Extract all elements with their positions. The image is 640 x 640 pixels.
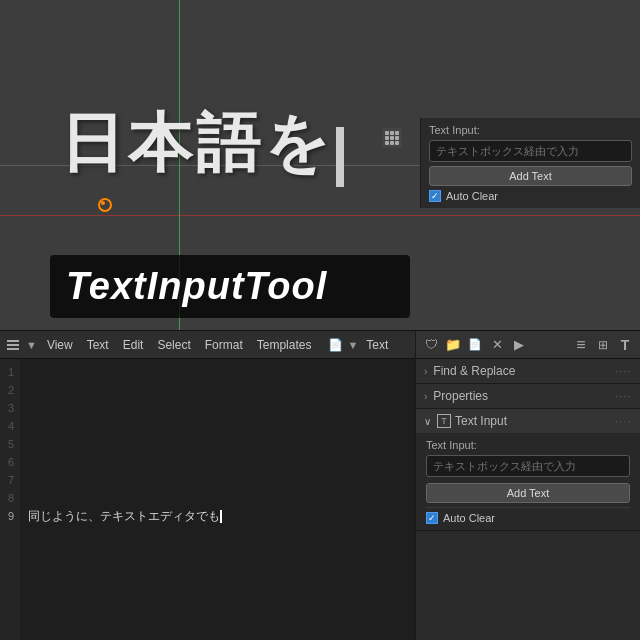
text-input-section-title: Text Input <box>455 414 615 428</box>
editor-line-6 <box>28 453 407 471</box>
text-input-top-field[interactable] <box>429 140 632 162</box>
editor-text-cursor <box>220 510 222 523</box>
menu-templates[interactable]: Templates <box>251 336 318 354</box>
menu-text[interactable]: Text <box>81 336 115 354</box>
hamburger-line <box>7 340 19 342</box>
text-input-header[interactable]: ∨ T Text Input ···· <box>416 409 640 433</box>
find-replace-title: Find & Replace <box>433 364 614 378</box>
grid-dot <box>390 141 394 145</box>
editor-line-8 <box>28 489 407 507</box>
grid-dot <box>390 131 394 135</box>
text-input-section-icon: T <box>437 414 451 428</box>
rpb-toolbar: 🛡 📁 📄 ✕ ▶ ≡ ⊞ T <box>416 331 640 359</box>
grid-view-icon[interactable]: ⊞ <box>594 336 612 354</box>
editor-mode-dropdown[interactable]: ▼ <box>24 339 39 351</box>
right-panel-top: Text Input: Add Text Auto Clear <box>420 118 640 208</box>
line-num-2: 2 <box>2 381 18 399</box>
add-text-bottom-button[interactable]: Add Text <box>426 483 630 503</box>
overlay-title-text: TextInputTool <box>66 265 394 308</box>
auto-clear-bottom-row: Auto Clear <box>426 512 630 524</box>
grid-dot <box>385 136 389 140</box>
right-panel-bottom: 🛡 📁 📄 ✕ ▶ ≡ ⊞ T › Find & Replace ···· › … <box>415 330 640 640</box>
shield-icon[interactable]: 🛡 <box>422 336 440 354</box>
folder-icon[interactable]: 📁 <box>444 336 462 354</box>
text-input-top-label: Text Input: <box>429 124 632 136</box>
line-num-5: 5 <box>2 435 18 453</box>
auto-clear-top-label: Auto Clear <box>446 190 498 202</box>
editor-line-7 <box>28 471 407 489</box>
auto-clear-bottom-label: Auto Clear <box>443 512 495 524</box>
editor-doc-icon: 📄 <box>327 337 343 353</box>
grid-dot <box>395 131 399 135</box>
hamburger-line <box>7 348 19 350</box>
line-num-9: 9 <box>2 507 18 525</box>
properties-section: › Properties ···· <box>416 384 640 409</box>
text-input-body: Text Input: Add Text Auto Clear <box>416 433 640 530</box>
add-text-top-button[interactable]: Add Text <box>429 166 632 186</box>
grid-dot <box>395 141 399 145</box>
menu-view[interactable]: View <box>41 336 79 354</box>
play-icon[interactable]: ▶ <box>510 336 528 354</box>
grid-dot <box>395 136 399 140</box>
grid-dot <box>385 141 389 145</box>
properties-title: Properties <box>433 389 614 403</box>
auto-clear-bottom-checkbox[interactable] <box>426 512 438 524</box>
text-input-dots: ···· <box>615 414 632 428</box>
editor-menubar: ▼ View Text Edit Select Format Templates… <box>0 331 415 359</box>
editor-line-5 <box>28 435 407 453</box>
find-replace-dots: ···· <box>615 364 632 378</box>
editor-line-4 <box>28 417 407 435</box>
auto-clear-top-checkbox[interactable] <box>429 190 441 202</box>
line-num-8: 8 <box>2 489 18 507</box>
editor-hamburger-icon[interactable] <box>4 336 22 354</box>
editor-doc-dropdown[interactable]: ▼ <box>345 339 360 351</box>
close-icon[interactable]: ✕ <box>488 336 506 354</box>
find-replace-section: › Find & Replace ···· <box>416 359 640 384</box>
editor-content-area: 1 2 3 4 5 6 7 8 9 同じように、テキストエディタでも <box>0 359 415 640</box>
text-editor: ▼ View Text Edit Select Format Templates… <box>0 330 415 640</box>
line-num-7: 7 <box>2 471 18 489</box>
grid-view-icon[interactable] <box>382 128 402 148</box>
line-num-4: 4 <box>2 417 18 435</box>
properties-chevron: › <box>424 391 427 402</box>
text-view-icon[interactable]: T <box>616 336 634 354</box>
editor-line-9: 同じように、テキストエディタでも <box>28 507 407 525</box>
text-input-section: ∨ T Text Input ···· Text Input: Add Text… <box>416 409 640 531</box>
editor-text-area[interactable]: 同じように、テキストエディタでも <box>20 359 415 640</box>
overlay-title-block: TextInputTool <box>50 255 410 318</box>
editor-line-2 <box>28 381 407 399</box>
text-cursor <box>336 127 344 187</box>
menu-format[interactable]: Format <box>199 336 249 354</box>
line-num-1: 1 <box>2 363 18 381</box>
japanese-text-object: 日本語を <box>60 100 344 187</box>
properties-header[interactable]: › Properties ···· <box>416 384 640 408</box>
auto-clear-top-row: Auto Clear <box>429 190 632 202</box>
line-num-3: 3 <box>2 399 18 417</box>
menu-edit[interactable]: Edit <box>117 336 150 354</box>
text-input-chevron: ∨ <box>424 416 431 427</box>
text-input-bottom-label: Text Input: <box>426 439 630 451</box>
properties-dots: ···· <box>615 389 632 403</box>
separator <box>426 507 630 508</box>
editor-doc-name: Text <box>362 338 392 352</box>
line-num-6: 6 <box>2 453 18 471</box>
grid-dot <box>385 131 389 135</box>
editor-line-1 <box>28 363 407 381</box>
red-guide-line <box>0 215 640 216</box>
menu-select[interactable]: Select <box>151 336 196 354</box>
list-view-icon[interactable]: ≡ <box>572 336 590 354</box>
line-numbers: 1 2 3 4 5 6 7 8 9 <box>0 359 20 640</box>
find-replace-header[interactable]: › Find & Replace ···· <box>416 359 640 383</box>
grid-dot <box>390 136 394 140</box>
text-input-bottom-field[interactable] <box>426 455 630 477</box>
editor-line-3 <box>28 399 407 417</box>
find-replace-chevron: › <box>424 366 427 377</box>
hamburger-line <box>7 344 19 346</box>
doc-icon[interactable]: 📄 <box>466 336 484 354</box>
origin-indicator <box>95 195 111 211</box>
